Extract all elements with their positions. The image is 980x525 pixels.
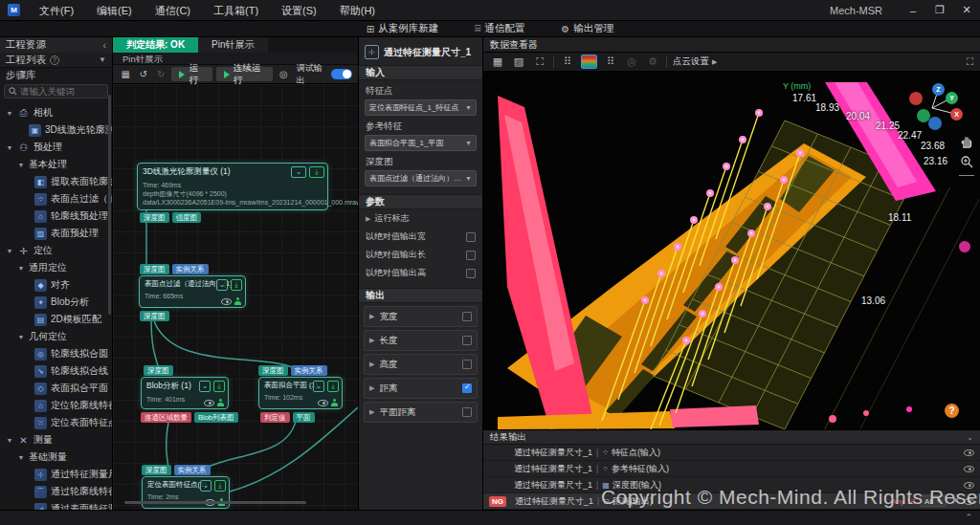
project-list-row[interactable]: 工程列表 ? ▼ <box>0 53 112 68</box>
tree-item[interactable]: ◆对齐 <box>0 276 112 294</box>
node-run-to-icon[interactable]: ⤓ <box>231 279 242 291</box>
node-run-to-icon[interactable]: ⤓ <box>309 166 324 178</box>
node-view-icon[interactable]: ⌄ <box>291 166 306 178</box>
depth-map-select[interactable]: 表面点过滤（通过法向）_1_深度图▼ <box>365 170 477 186</box>
communication-config-button[interactable]: ⌸通信配置 <box>469 21 530 37</box>
result-row[interactable]: 通过特征测量尺寸_1| ⁘ 参考特征(输入) <box>483 461 980 477</box>
node-view-icon[interactable]: ⌄ <box>313 381 324 392</box>
checkbox-checked[interactable] <box>462 383 472 393</box>
port-tag[interactable]: 强度图 <box>172 212 202 223</box>
feature-point-select[interactable]: 定位表面特征点_1_特征点▼ <box>365 99 477 116</box>
tree-category-geometric-locate[interactable]: ▼几何定位 <box>0 328 112 345</box>
result-row[interactable]: 通过特征测量尺寸_1| ▦ 深度图(输入) <box>483 477 980 493</box>
output-height-row[interactable]: ▶高度 <box>364 354 478 375</box>
sidebar-collapse-icon[interactable]: ‹ <box>103 39 107 51</box>
orientation-gizmo[interactable]: Z Y X <box>896 79 963 137</box>
tree-item-profiler[interactable]: ▣3D线激光轮廓测量仪 <box>0 121 112 139</box>
tree-category-general-locate[interactable]: ▼通用定位 <box>0 259 112 276</box>
eye-icon[interactable] <box>964 498 974 505</box>
tree-item[interactable]: ⌂定位轮廓线特征点 <box>0 397 112 414</box>
graph-canvas[interactable]: 3D线激光轮廓测量仪 (1) Time: 469ms depth图像尺寸(409… <box>113 84 358 510</box>
save-icon[interactable]: ▦ <box>119 68 132 81</box>
collapse-up-icon[interactable]: ⌃ <box>965 513 972 522</box>
gizmo-x-axis[interactable]: X <box>950 108 963 120</box>
result-row-distance[interactable]: NG 通过特征测量尺寸_1| ⊟ 距离(输出) Any 18 All▼ ⚑ <box>483 493 980 510</box>
tree-item[interactable]: ◎轮廓线拟合圆 <box>0 345 112 362</box>
port-tag[interactable]: 平面 <box>293 412 315 423</box>
output-plane-distance-row[interactable]: ▶平面距离 <box>364 402 478 423</box>
checkbox[interactable] <box>462 407 472 417</box>
tree-item[interactable]: ⁘表面点过滤（通过... <box>0 190 112 208</box>
tree-item[interactable]: ➘轮廓线拟合线 <box>0 362 112 380</box>
view-circle-icon[interactable]: ◎ <box>624 55 639 69</box>
tree-item[interactable]: ⁙定位表面特征点 <box>0 414 112 431</box>
tree-item[interactable]: ◇表面拟合平面 <box>0 380 112 397</box>
expand-icon[interactable]: ▶ <box>369 384 374 392</box>
view-dots2-icon[interactable]: ⠿ <box>603 55 618 69</box>
result-row[interactable]: 通过特征测量尺寸_1| ⁘ 特征点(输入) <box>483 445 980 461</box>
tree-item[interactable]: ⊿通过表面特征测量... <box>0 500 112 510</box>
target-icon[interactable]: ◎ <box>277 68 290 81</box>
eye-icon[interactable] <box>204 400 214 406</box>
eye-icon[interactable] <box>964 449 974 456</box>
output-manage-button[interactable]: ⚙输出管理 <box>555 21 619 37</box>
view-dots-icon[interactable]: ⠿ <box>560 55 575 69</box>
debug-output-toggle[interactable] <box>331 69 352 79</box>
expand-icon[interactable]: ▶ <box>369 313 374 320</box>
tree-item[interactable]: ▤2D模板匹配 <box>0 311 112 328</box>
step-search-box[interactable] <box>4 84 108 98</box>
view-image-icon[interactable]: ⛶ <box>532 55 547 69</box>
tab-result-ok[interactable]: 判定结果: OK <box>113 37 198 53</box>
chevron-down-icon[interactable]: ▼ <box>6 110 13 117</box>
port-tag[interactable]: 判定值 <box>260 412 290 423</box>
expand-icon[interactable]: ▶ <box>366 215 370 223</box>
result-filter-dropdown[interactable]: All▼ <box>920 495 947 507</box>
port-tag[interactable]: 连通区域数量 <box>141 412 191 423</box>
eye-icon[interactable] <box>318 400 328 406</box>
pin-icon[interactable]: ⚑ <box>951 496 959 506</box>
port-tag[interactable]: 深度图 <box>142 465 171 475</box>
sidebar-scrollbar[interactable] <box>108 95 111 315</box>
expand-icon[interactable]: ▶ <box>369 361 374 368</box>
undo-icon[interactable]: ↺ <box>136 68 149 81</box>
point-cloud-viewport[interactable]: Y (mm) 17.61 18.93 20.04 21.25 22.47 23.… <box>483 72 980 429</box>
node-run-to-icon[interactable]: ⤓ <box>327 381 339 392</box>
checkbox[interactable] <box>466 251 476 260</box>
output-distance-row[interactable]: ▶距离 <box>364 378 478 399</box>
checkbox[interactable] <box>466 232 476 242</box>
port-tag[interactable]: 实例关系 <box>172 264 209 274</box>
node-profiler[interactable]: 3D线激光轮廓测量仪 (1) Time: 469ms depth图像尺寸(409… <box>137 163 328 210</box>
node-view-icon[interactable]: ⌄ <box>200 480 212 492</box>
help-button[interactable]: ? <box>945 404 959 418</box>
point-cloud-settings-button[interactable]: 点云设置▶ <box>673 55 717 68</box>
port-tag[interactable]: 实例关系 <box>291 365 327 376</box>
node-run-to-icon[interactable]: ⤓ <box>214 480 226 492</box>
node-view-icon[interactable]: ⌄ <box>216 279 228 291</box>
view-grid-icon[interactable]: ▦ <box>490 55 505 69</box>
port-tag[interactable]: 深度图 <box>140 264 169 274</box>
port-tag[interactable]: 实例关系 <box>174 465 211 475</box>
eye-icon[interactable] <box>964 466 974 472</box>
node-fit-plane[interactable]: 表面拟合平面 (1) Time: 102ms ⌄⤓ <box>258 377 343 409</box>
tree-category-basic-measure[interactable]: ▼基础测量 <box>0 448 112 466</box>
gizmo-z-neg[interactable] <box>928 117 942 130</box>
eye-icon[interactable] <box>221 298 232 305</box>
output-width-row[interactable]: ▶宽度 <box>364 306 478 327</box>
checkbox[interactable] <box>462 336 472 345</box>
gizmo-z-axis[interactable]: Z <box>932 83 945 96</box>
tree-item[interactable]: ⌒通过轮廓线特征测... <box>0 483 112 500</box>
tree-category-locate[interactable]: ▼✛定位 <box>0 242 112 259</box>
collapse-icon[interactable]: ⌄ <box>967 433 973 442</box>
view-gear-icon[interactable]: ⚙ <box>645 55 660 69</box>
tree-item[interactable]: ▨表面预处理 <box>0 225 112 242</box>
expand-icon[interactable]: ▶ <box>369 408 374 416</box>
menu-file[interactable]: 文件(F) <box>28 0 85 21</box>
redo-icon[interactable]: ↻ <box>154 68 167 81</box>
menu-communication[interactable]: 通信(C) <box>144 0 202 21</box>
tree-category-camera[interactable]: ▼⎙相机 <box>0 104 112 121</box>
port-tag[interactable]: 深度图 <box>140 311 169 321</box>
search-input[interactable] <box>20 86 102 97</box>
run-continuous-button[interactable]: 连续运行 <box>216 67 273 81</box>
maximize-button[interactable]: ❐ <box>926 0 953 21</box>
tree-category-preprocess[interactable]: ▼⚇预处理 <box>0 139 112 156</box>
